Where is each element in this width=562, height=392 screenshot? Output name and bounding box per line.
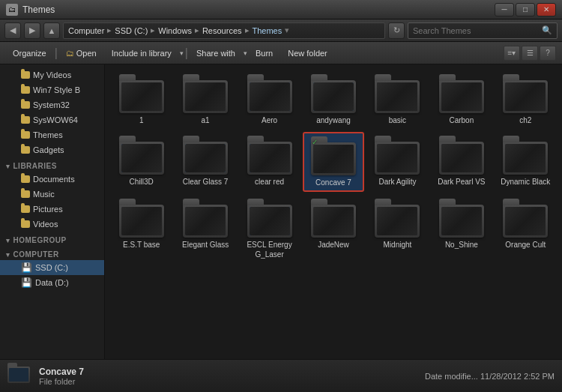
sidebar-section-computer[interactable]: Computer [0, 246, 104, 260]
details-view-button[interactable]: ☰ [522, 46, 538, 61]
file-item[interactable]: JadeNew [303, 195, 363, 263]
sidebar-item-videos[interactable]: Videos [0, 217, 104, 232]
title-bar: 🗂 Themes ─ □ ✕ [0, 0, 562, 19]
folder-thumbnail [247, 74, 293, 113]
breadcrumb-themes[interactable]: Themes [253, 26, 282, 35]
file-grid: 1 a1 Aero a [111, 70, 556, 263]
file-name: Orange Cult [505, 240, 546, 250]
close-button[interactable]: ✕ [537, 3, 556, 16]
help-button[interactable]: ? [540, 46, 556, 61]
sidebar-item-win7style[interactable]: Win7 Style B [0, 82, 104, 97]
back-button[interactable]: ◀ [4, 22, 21, 39]
view-dropdown-button[interactable]: ≡▾ [504, 46, 520, 61]
minimize-button[interactable]: ─ [495, 3, 514, 16]
file-item[interactable]: basic [367, 70, 428, 129]
file-item[interactable]: 1 [111, 70, 172, 129]
include-in-library-button[interactable]: Include in library [105, 44, 178, 62]
file-item[interactable]: No_Shine [431, 195, 492, 263]
folder-thumbnail [502, 199, 549, 238]
breadcrumb-ssd[interactable]: SSD (C:) [115, 26, 148, 35]
up-button[interactable]: ▲ [43, 22, 60, 39]
file-item[interactable]: Dark Pearl VS [431, 132, 492, 192]
file-name: Concave 7 [315, 178, 351, 187]
file-name: ESCL Energy G_Laser [243, 240, 296, 259]
forward-button[interactable]: ▶ [24, 22, 40, 39]
file-name: No_Shine [445, 240, 478, 250]
status-name: Concave 7 [39, 367, 417, 377]
file-item[interactable]: ESCL Energy G_Laser [239, 195, 300, 263]
view-options: ≡▾ ☰ ? [504, 46, 556, 61]
toolbar-dropdown1[interactable]: ▾ [180, 49, 184, 57]
file-item[interactable]: ✓ Concave 7 [303, 132, 363, 192]
file-name: ch2 [519, 115, 531, 125]
file-name: Midnight [384, 240, 412, 250]
file-name: basic [389, 115, 406, 125]
search-icon: 🔍 [542, 25, 552, 35]
share-with-button[interactable]: Share with [190, 44, 242, 62]
toolbar: Organize | 🗂 Open Include in library ▾ |… [0, 42, 562, 64]
file-area: 1 a1 Aero a [105, 64, 562, 359]
status-type: File folder [39, 377, 417, 386]
folder-thumbnail [438, 199, 485, 238]
file-item[interactable]: a1 [175, 70, 235, 129]
file-name: Dark Pearl VS [438, 177, 485, 187]
sidebar-item-music[interactable]: Music [0, 187, 104, 202]
folder-icon [21, 101, 30, 109]
file-item[interactable]: Midnight [367, 195, 428, 263]
file-name: a1 [202, 115, 210, 125]
sidebar-item-ssd[interactable]: 💾 SSD (C:) [0, 260, 104, 275]
maximize-button[interactable]: □ [516, 3, 535, 16]
folder-icon [21, 86, 30, 94]
breadcrumb-windows[interactable]: Windows [158, 26, 192, 35]
file-item[interactable]: clear red [239, 132, 300, 192]
folder-icon [21, 220, 30, 228]
file-item[interactable]: ch2 [495, 70, 556, 129]
file-item[interactable]: Clear Glass 7 [175, 132, 235, 192]
sidebar: My Videos Win7 Style B System32 SysWOW64… [0, 64, 105, 359]
file-item[interactable]: E.S.T base [111, 195, 172, 263]
breadcrumb-computer[interactable]: Computer [68, 26, 104, 35]
open-button[interactable]: 🗂 Open [59, 44, 103, 62]
sidebar-section-homegroup[interactable]: Homegroup [0, 232, 104, 246]
status-folder-icon [7, 367, 31, 386]
sidebar-section-libraries[interactable]: Libraries [0, 157, 104, 172]
organize-button[interactable]: Organize [6, 44, 53, 62]
drive-icon: 💾 [21, 277, 32, 288]
file-item[interactable]: Aero [239, 70, 300, 129]
breadcrumb-resources[interactable]: Resources [202, 26, 242, 35]
file-item[interactable]: Elegant Glass [175, 195, 235, 263]
sidebar-item-gadgets[interactable]: Gadgets [0, 142, 104, 157]
folder-thumbnail [310, 199, 357, 238]
file-name: Carbon [449, 115, 474, 125]
sidebar-item-syswow64[interactable]: SysWOW64 [0, 112, 104, 127]
file-item[interactable]: Chill3D [111, 132, 172, 192]
sidebar-item-myvideos[interactable]: My Videos [0, 67, 104, 82]
search-input[interactable] [413, 26, 539, 35]
checkmark-icon: ✓ [312, 138, 318, 146]
sidebar-item-documents[interactable]: Documents [0, 172, 104, 187]
sidebar-item-pictures[interactable]: Pictures [0, 202, 104, 217]
folder-thumbnail [438, 136, 485, 175]
file-item[interactable]: Dynamic Black [495, 132, 556, 192]
toolbar-sep2: | [185, 46, 188, 60]
sidebar-item-datad[interactable]: 💾 Data (D:) [0, 275, 104, 290]
folder-thumbnail [374, 74, 420, 113]
folder-icon [21, 175, 30, 183]
file-item[interactable]: andywang [303, 70, 363, 129]
search-box[interactable]: 🔍 [408, 22, 558, 39]
burn-button[interactable]: Burn [249, 44, 280, 62]
file-item[interactable]: Orange Cult [495, 195, 556, 263]
breadcrumb[interactable]: Computer ▸ SSD (C:) ▸ Windows ▸ Resource… [63, 22, 385, 39]
file-item[interactable]: Dark Agility [367, 132, 428, 192]
folder-icon [21, 131, 30, 139]
sidebar-item-themes[interactable]: Themes [0, 127, 104, 142]
folder-thumbnail: ✓ [310, 136, 357, 175]
file-item[interactable]: Carbon [431, 70, 492, 129]
toolbar-dropdown2[interactable]: ▾ [244, 49, 247, 57]
folder-thumbnail [118, 136, 165, 175]
folder-thumbnail [118, 199, 165, 238]
sidebar-item-system32[interactable]: System32 [0, 97, 104, 112]
new-folder-button[interactable]: New folder [281, 44, 334, 62]
refresh-button[interactable]: ↻ [388, 22, 405, 39]
file-name: andywang [316, 115, 351, 125]
